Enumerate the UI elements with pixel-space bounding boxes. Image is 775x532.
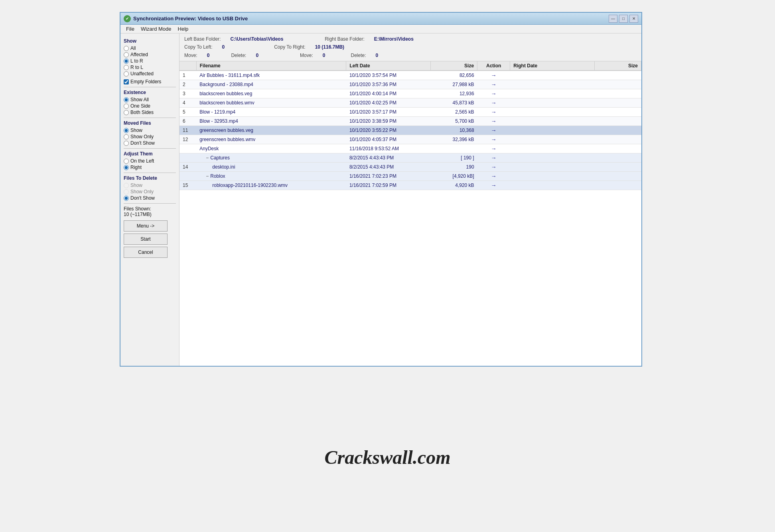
show-ltor-radio[interactable]: [124, 59, 129, 64]
maximize-button[interactable]: □: [619, 15, 628, 23]
cell-num: [179, 153, 196, 163]
left-panel: Show All Affected L to R R to L Unaffect…: [120, 33, 179, 366]
col-header-rightsize[interactable]: Size: [594, 61, 641, 71]
cell-filename: greenscreen bubbles.wmv: [196, 135, 346, 144]
table-row[interactable]: 15 robloxapp-20210116-1902230.wmv 1/16/2…: [179, 181, 641, 190]
close-button[interactable]: ✕: [629, 15, 638, 23]
cell-size: 32,396 kB: [430, 135, 477, 144]
cell-size: 2,565 kB: [430, 108, 477, 117]
show-unaffected-radio[interactable]: [124, 71, 129, 77]
menu-file[interactable]: File: [123, 25, 138, 33]
file-table-container: Filename Left Date Size Action Right Dat…: [179, 61, 641, 366]
moved-files-radio-group: Show Show Only Don't Show: [124, 128, 176, 146]
existence-oneside-option[interactable]: One Side: [124, 103, 176, 109]
ftd-showonly-radio: [124, 189, 129, 194]
col-header-action[interactable]: Action: [477, 61, 510, 71]
show-ltor-option[interactable]: L to R: [124, 58, 176, 64]
table-row[interactable]: 5 Blow - 1219.mp4 10/1/2020 3:57:17 PM 2…: [179, 108, 641, 117]
table-row[interactable]: 6 Blow - 32953.mp4 10/1/2020 3:38:59 PM …: [179, 117, 641, 126]
window-title: Synchronization Preview: Videos to USB D…: [133, 16, 609, 22]
adjust-left-option[interactable]: On the Left: [124, 158, 176, 164]
cell-rightdate: [510, 181, 594, 190]
show-all-option[interactable]: All: [124, 45, 176, 51]
table-row[interactable]: 11 greenscreen bubbles.veg 10/1/2020 3:5…: [179, 126, 641, 135]
moved-showonly-radio[interactable]: [124, 134, 129, 139]
empty-folders-checkbox[interactable]: [124, 79, 129, 84]
cell-leftdate: 10/1/2020 4:02:25 PM: [346, 98, 430, 108]
existence-oneside-radio[interactable]: [124, 104, 129, 109]
cell-action: →: [477, 126, 510, 135]
cancel-button[interactable]: Cancel: [124, 247, 168, 258]
cell-num: 4: [179, 98, 196, 108]
show-rtol-option[interactable]: R to L: [124, 65, 176, 70]
cell-rightdate: [510, 117, 594, 126]
existence-bothsides-radio[interactable]: [124, 110, 129, 115]
moved-dontshow-radio[interactable]: [124, 141, 129, 146]
empty-folders-checkbox-label[interactable]: Empty Folders: [124, 79, 176, 84]
table-row[interactable]: 3 blackscreen bubbles.veg 10/1/2020 4:00…: [179, 89, 641, 98]
cell-rightdate: [510, 71, 594, 80]
moved-dontshow-option[interactable]: Don't Show: [124, 140, 176, 146]
table-row[interactable]: 1 Air Bubbles - 31611.mp4.sfk 10/1/2020 …: [179, 71, 641, 80]
moved-showonly-option[interactable]: Show Only: [124, 134, 176, 139]
table-row[interactable]: 4 blackscreen bubbles.wmv 10/1/2020 4:02…: [179, 98, 641, 108]
table-row[interactable]: 14 desktop.ini 8/2/2015 4:43:43 PM 190 →: [179, 163, 641, 172]
show-all-radio[interactable]: [124, 46, 129, 51]
ftd-showonly-option[interactable]: Show Only: [124, 189, 176, 194]
copy-to-left-label: Copy To Left:: [184, 43, 213, 51]
moved-show-radio[interactable]: [124, 128, 129, 133]
ftd-show-option[interactable]: Show: [124, 183, 176, 188]
cell-filename: desktop.ini: [196, 163, 346, 172]
moved-show-option[interactable]: Show: [124, 128, 176, 133]
show-affected-radio[interactable]: [124, 52, 129, 57]
menu-bar: File Wizard Mode Help: [120, 25, 641, 33]
cell-num: 5: [179, 108, 196, 117]
menu-button[interactable]: Menu ->: [124, 220, 168, 232]
cell-action: →: [477, 153, 510, 163]
existence-showall-option[interactable]: Show All: [124, 97, 176, 102]
cell-rightsize: [594, 172, 641, 181]
cell-rightsize: [594, 153, 641, 163]
adjust-right-option[interactable]: Right: [124, 165, 176, 170]
col-header-leftdate[interactable]: Left Date: [346, 61, 430, 71]
cell-action: →: [477, 89, 510, 98]
info-row-3: Move: 0 Delete: 0 Move: 0 Delete: 0: [184, 51, 637, 59]
existence-bothsides-option[interactable]: Both Sides: [124, 110, 176, 115]
col-header-size[interactable]: Size: [430, 61, 477, 71]
col-header-rightdate[interactable]: Right Date: [510, 61, 594, 71]
ftd-dontshow-option[interactable]: Don't Show: [124, 195, 176, 201]
cell-rightdate: [510, 172, 594, 181]
table-row[interactable]: 12 greenscreen bubbles.wmv 10/1/2020 4:0…: [179, 135, 641, 144]
show-unaffected-option[interactable]: Unaffected: [124, 71, 176, 77]
ftd-dontshow-radio[interactable]: [124, 196, 129, 201]
cell-num: 11: [179, 126, 196, 135]
copy-to-right-value: 10 (116.7MB): [315, 43, 344, 51]
minimize-button[interactable]: —: [609, 15, 617, 23]
menu-help[interactable]: Help: [175, 25, 192, 33]
show-rtol-radio[interactable]: [124, 65, 129, 70]
cell-rightdate: [510, 80, 594, 89]
cell-size: 10,368: [430, 126, 477, 135]
cell-rightsize: [594, 126, 641, 135]
table-row[interactable]: 2 Background - 23088.mp4 10/1/2020 3:57:…: [179, 80, 641, 89]
col-header-filename[interactable]: Filename: [196, 61, 346, 71]
cell-num: 14: [179, 163, 196, 172]
left-base-folder-value: C:\Users\Tobias\Videos: [230, 35, 283, 43]
cell-num: 1: [179, 71, 196, 80]
delete-left-value: 0: [256, 51, 258, 59]
adjust-right-radio[interactable]: [124, 165, 129, 170]
adjust-them-radio-group: On the Left Right: [124, 158, 176, 170]
table-row[interactable]: −Captures 8/2/2015 4:43:43 PM [ 190 ] →: [179, 153, 641, 163]
table-row[interactable]: AnyDesk 11/16/2018 9:53:52 AM →: [179, 144, 641, 153]
existence-showall-radio[interactable]: [124, 97, 129, 102]
table-row[interactable]: −Roblox 1/16/2021 7:02:23 PM [4,920 kB] …: [179, 172, 641, 181]
show-affected-option[interactable]: Affected: [124, 52, 176, 57]
delete-right-value: 0: [376, 51, 379, 59]
action-buttons: Menu -> Start Cancel: [124, 220, 176, 258]
moved-files-label: Moved Files: [124, 120, 176, 126]
cell-action: →: [477, 80, 510, 89]
start-button[interactable]: Start: [124, 234, 168, 245]
adjust-left-radio[interactable]: [124, 159, 129, 164]
menu-wizard-mode[interactable]: Wizard Mode: [138, 25, 175, 33]
cell-num: [179, 144, 196, 153]
